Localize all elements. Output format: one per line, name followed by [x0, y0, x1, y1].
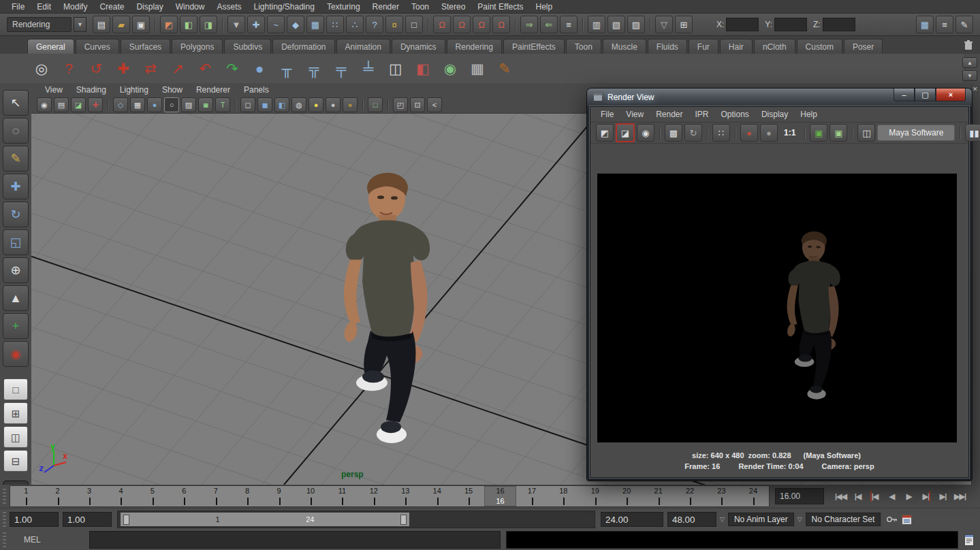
shelf-tab-dynamics[interactable]: Dynamics [392, 39, 445, 54]
timeline-frame[interactable]: 7 [200, 486, 232, 506]
attribute-editor-toggle[interactable]: ▦ [916, 16, 934, 33]
range-slider-track[interactable]: 1 24 [117, 511, 595, 528]
timeline-frame[interactable]: 21 [642, 486, 674, 506]
rendered-image[interactable] [597, 174, 957, 442]
dolly-camera-icon[interactable]: ⇄ [139, 57, 162, 80]
playback-start-field[interactable] [63, 512, 112, 527]
selection-mask-dropdown[interactable]: ▼ [227, 16, 245, 33]
playblast-icon[interactable]: ◎ [30, 57, 53, 80]
shelf-tab-general[interactable]: General [27, 39, 74, 54]
four-pane-layout-button[interactable]: ⊞ [3, 402, 28, 424]
rv-menu-render[interactable]: Render [650, 110, 689, 119]
snap-to-points-button[interactable]: Ω [473, 16, 490, 33]
rv-menu-ipr[interactable]: IPR [689, 110, 715, 119]
shelf-tab-custom[interactable]: Custom [797, 39, 842, 54]
pane-share-icon[interactable]: < [427, 97, 442, 112]
single-pane-layout-button[interactable]: □ [3, 378, 28, 400]
menu-create[interactable]: Create [93, 2, 130, 12]
manipulator-dropdown[interactable]: ▽ [655, 16, 673, 33]
snapshot-button[interactable]: ◉ [637, 124, 654, 142]
render-region-button[interactable]: ∷ [712, 124, 730, 142]
animation-end-field[interactable] [667, 512, 716, 527]
xray-mode-icon[interactable]: ▨ [181, 97, 196, 112]
menu-display[interactable]: Display [130, 2, 169, 12]
channel-box-toggle[interactable]: ✎ [955, 16, 973, 33]
select-tool[interactable]: ↖ [3, 90, 29, 116]
undo-icon[interactable]: ↶ [193, 57, 217, 80]
shelf-tab-toon[interactable]: Toon [566, 39, 601, 54]
step-back-frame-button[interactable]: |◀ [849, 489, 866, 504]
tool-settings-toggle[interactable]: ≡ [936, 16, 953, 33]
remove-image-button[interactable]: ▣ [829, 124, 847, 142]
outliner-persp-layout-button[interactable]: ◫ [3, 426, 28, 448]
timeline-frame[interactable]: 4 [105, 486, 136, 506]
timeline-frame[interactable]: 22 [674, 486, 706, 506]
panel-menu-lighting[interactable]: Lighting [113, 85, 155, 95]
select-surfaces-mask-button[interactable]: ▦ [306, 16, 324, 33]
scale-tool[interactable]: ◱ [3, 229, 29, 255]
ipr-render-button[interactable]: ▧ [607, 16, 625, 33]
rv-menu-display[interactable]: Display [755, 110, 794, 119]
renderer-label[interactable]: Maya Software [877, 125, 955, 141]
select-dynamics-mask-button[interactable]: ∴ [346, 16, 364, 33]
select-joints-mask-button[interactable]: ~ [267, 16, 285, 33]
playback-range-bar[interactable]: 1 24 [121, 513, 409, 526]
universal-manipulator-tool[interactable]: ⊕ [3, 257, 29, 283]
highlight-selection-button[interactable]: □ [405, 16, 423, 33]
lock-selection-button[interactable]: ¤ [385, 16, 403, 33]
menu-file[interactable]: File [5, 2, 31, 12]
delete-unused-nodes-icon[interactable]: ● [248, 57, 271, 80]
play-forwards-button[interactable]: ▶ [900, 489, 917, 504]
highlight-selection-icon[interactable]: □ [368, 97, 383, 112]
keep-image-button[interactable]: ▣ [810, 124, 827, 142]
shelf-tab-animation[interactable]: Animation [336, 39, 390, 54]
rv-menu-file[interactable]: File [595, 110, 620, 119]
go-to-end-button[interactable]: ▶▶| [951, 489, 968, 504]
rv-menu-view[interactable]: View [620, 110, 650, 119]
select-deformations-mask-button[interactable]: ∷ [326, 16, 344, 33]
redo-previous-render-button[interactable]: ◪ [616, 123, 635, 142]
camera-attributes-icon[interactable]: ◉ [37, 97, 52, 112]
wireframe-mode-icon[interactable]: ◇ [113, 97, 128, 112]
shelf-tab-rendering[interactable]: Rendering [447, 39, 502, 54]
select-object-mode-button[interactable]: ◧ [180, 16, 197, 33]
go-to-start-button[interactable]: |◀◀ [832, 489, 849, 504]
animation-start-field[interactable] [10, 512, 59, 527]
flat-shade-icon[interactable]: ○ [164, 97, 179, 112]
set-driven-key-icon[interactable]: ◧ [411, 57, 434, 80]
command-language-label[interactable]: MEL [6, 535, 89, 545]
poly-combine-icon[interactable]: ▦ [466, 57, 489, 80]
timeline-frame[interactable]: 1 [10, 486, 42, 506]
shelf-tab-deformation[interactable]: Deformation [272, 39, 334, 54]
open-render-settings-button[interactable]: ◫ [857, 124, 875, 142]
panel-menu-shading[interactable]: Shading [69, 85, 113, 95]
timeline-drag-handle[interactable] [3, 489, 6, 504]
texture-view-icon[interactable]: T [215, 97, 230, 112]
playback-end-field[interactable] [601, 512, 663, 527]
timeline-ruler[interactable]: 1 2 3 4 [10, 485, 770, 507]
command-feedback-field[interactable] [506, 531, 958, 549]
timeline-frame[interactable]: 17 [516, 486, 548, 506]
default-material-icon[interactable]: ◻ [240, 97, 255, 112]
panel-menu-renderer[interactable]: Renderer [189, 85, 237, 95]
script-editor-icon[interactable] [962, 532, 976, 547]
view-compass-icon[interactable]: ✚ [88, 97, 103, 112]
timeline-frame[interactable]: 10 [295, 486, 326, 506]
timeline-frame[interactable]: 6 [168, 486, 200, 506]
step-forward-frame-button[interactable]: ▶| [934, 489, 951, 504]
hypershade-icon[interactable]: ╤ [330, 57, 353, 80]
timeline-frame[interactable]: 16 16 [484, 486, 516, 506]
use-all-lights-icon[interactable]: ◍ [291, 97, 306, 112]
menu-toon[interactable]: Toon [405, 2, 435, 12]
select-misc-mask-button[interactable]: ? [366, 16, 383, 33]
last-tool-used[interactable]: ◉ [3, 341, 29, 367]
close-icon[interactable]: ✕ [973, 86, 978, 93]
minimize-button[interactable]: – [894, 88, 915, 101]
shelf-scroll-up-icon[interactable]: ▲ [962, 57, 977, 68]
menu-edit[interactable]: Edit [31, 2, 57, 12]
rv-menu-options[interactable]: Options [715, 110, 755, 119]
quick-selection-field-toggle[interactable]: ⊞ [675, 16, 693, 33]
soft-modification-tool[interactable]: ▲ [3, 285, 29, 311]
channel-box-collapsed-strip[interactable]: ✕ [971, 83, 980, 485]
timeline-frame[interactable]: 13 [390, 486, 421, 506]
